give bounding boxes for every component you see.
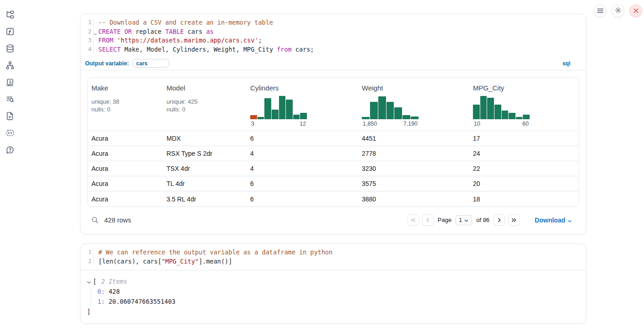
- histogram-axis: 1060: [473, 121, 530, 127]
- code-token: cars: [184, 28, 206, 35]
- code-text: -- Download a CSV and create an in-memor…: [93, 18, 273, 27]
- code-token: from: [277, 46, 292, 53]
- table-cell: 3880: [358, 196, 469, 203]
- dependency-graph-icon[interactable]: [5, 61, 15, 70]
- sql-code-editor[interactable]: 1-- Download a CSV and create an in-memo…: [80, 14, 586, 58]
- hamburger-icon: [597, 7, 603, 15]
- output-variable-label: Output variable:: [85, 60, 129, 67]
- file-tree-icon[interactable]: [5, 10, 15, 19]
- fold-chevron-icon[interactable]: [93, 29, 97, 38]
- document-icon[interactable]: [5, 111, 15, 121]
- scroll-icon[interactable]: [5, 78, 15, 87]
- histogram-bar: [286, 100, 293, 119]
- column-header-cylinders[interactable]: Cylinders312: [247, 78, 358, 131]
- prev-page-button[interactable]: [422, 214, 434, 226]
- table-cell: Acura: [88, 135, 163, 142]
- snippets-icon[interactable]: [5, 128, 15, 137]
- table-row[interactable]: AcuraTSX 4dr4323022: [88, 161, 579, 176]
- code-token: [121, 28, 124, 35]
- help-icon[interactable]: [5, 145, 15, 154]
- cell-language-badge: sql: [563, 60, 570, 67]
- table-body: AcuraMDX6445117AcuraRSX Type S 2dr427782…: [88, 131, 579, 206]
- table-cell: 3.5 RL 4dr: [163, 196, 247, 203]
- histogram-bar: [293, 115, 300, 120]
- histogram-bar: [502, 111, 509, 119]
- line-number: 2: [80, 257, 93, 266]
- table-row[interactable]: AcuraRSX Type S 2dr4277824: [88, 146, 579, 161]
- next-page-button[interactable]: [494, 214, 505, 226]
- search-icon[interactable]: [91, 216, 99, 224]
- column-header-model[interactable]: Modelunique: 425nulls: 0: [163, 78, 247, 131]
- histogram-bar: [386, 102, 394, 120]
- code-token: replace: [132, 28, 165, 35]
- column-histogram[interactable]: 1,8507,190: [362, 95, 419, 127]
- table-row[interactable]: AcuraMDX6445117: [88, 131, 579, 146]
- last-page-button[interactable]: [508, 214, 520, 226]
- output-variable-strip: Output variable: sql: [80, 58, 586, 70]
- python-code-editor[interactable]: 1# We can reference the output variable …: [80, 244, 586, 270]
- table-cell: 3575: [358, 180, 469, 187]
- column-stats: unique: 425nulls: 0: [166, 98, 243, 113]
- column-header-mpg_city[interactable]: MPG_City1060: [469, 78, 579, 131]
- tree-open-bracket: [: [93, 276, 97, 286]
- histogram-bar: [370, 102, 378, 120]
- logs-search-icon[interactable]: [5, 95, 15, 104]
- column-histogram[interactable]: 1060: [473, 95, 530, 127]
- table-cell: 24: [469, 150, 579, 157]
- left-sidebar: [0, 0, 20, 333]
- column-histogram[interactable]: 312: [250, 95, 307, 127]
- tree-collapse-chevron-icon[interactable]: [87, 276, 91, 286]
- notebook-actions: [594, 5, 642, 17]
- tree-items-count: 2 Items: [101, 276, 127, 286]
- database-icon[interactable]: [5, 44, 15, 53]
- output-variable-input[interactable]: [133, 59, 169, 68]
- code-token: "MPG_City": [161, 258, 199, 265]
- menu-button[interactable]: [594, 5, 606, 17]
- code-token: 'https://datasets.marimo.app/cars.csv': [117, 37, 258, 44]
- table-cell: Acura: [88, 165, 163, 172]
- code-token: cars;: [292, 46, 314, 53]
- table-header-row: Makeunique: 38nulls: 0Modelunique: 425nu…: [88, 78, 579, 131]
- chevron-down-icon: [568, 217, 572, 224]
- histogram-bars: [250, 95, 307, 119]
- histogram-bar: [362, 117, 370, 119]
- table-row[interactable]: Acura3.5 RL 4dr6388018: [88, 191, 579, 206]
- line-number: 1: [80, 248, 93, 257]
- table-cell: Acura: [88, 150, 163, 157]
- histogram-bars: [362, 95, 419, 119]
- chevron-left-icon: [426, 216, 429, 224]
- code-text: # We can reference the output variable a…: [93, 248, 333, 257]
- histogram-bars: [473, 95, 530, 119]
- page-label: Page: [438, 217, 451, 223]
- code-token: -- Download a CSV and create an in-memor…: [98, 19, 273, 26]
- axis-min-label: 1,850: [363, 121, 377, 127]
- code-token: ;: [258, 37, 262, 44]
- column-name: Cylinders: [250, 84, 354, 92]
- histogram-bar: [494, 105, 501, 119]
- first-page-button[interactable]: [408, 214, 419, 226]
- page-select-value: 1: [459, 217, 462, 223]
- tree-close-bracket: ]: [87, 307, 580, 316]
- table-row[interactable]: AcuraTL 4dr6357520: [88, 176, 579, 191]
- code-token: # We can reference the output variable a…: [98, 248, 333, 256]
- tree-entry-value: 20.060747663551403: [105, 298, 175, 305]
- column-stat: nulls: 0: [166, 106, 243, 113]
- table-cell: 2778: [358, 150, 469, 157]
- histogram-bar: [509, 113, 515, 120]
- python-cell: 1# We can reference the output variable …: [80, 243, 586, 323]
- gear-icon: [615, 7, 622, 16]
- list-output-tree: [ 2 Items 0: 4281: 20.060747663551403 ]: [80, 270, 586, 323]
- download-button[interactable]: Download: [535, 217, 572, 224]
- histogram-axis: 1,8507,190: [362, 121, 419, 127]
- page-select[interactable]: 1: [456, 215, 472, 225]
- table-cell: 20: [469, 180, 579, 187]
- settings-button[interactable]: [612, 5, 624, 17]
- column-header-weight[interactable]: Weight1,8507,190: [358, 78, 469, 131]
- column-stat: nulls: 0: [91, 106, 159, 113]
- table-cell: MDX: [163, 135, 247, 142]
- table-cell: 6: [247, 196, 358, 203]
- shutdown-button[interactable]: [629, 5, 642, 17]
- function-icon[interactable]: [5, 27, 15, 36]
- row-count: 428 rows: [104, 217, 131, 224]
- column-header-make[interactable]: Makeunique: 38nulls: 0: [88, 78, 163, 131]
